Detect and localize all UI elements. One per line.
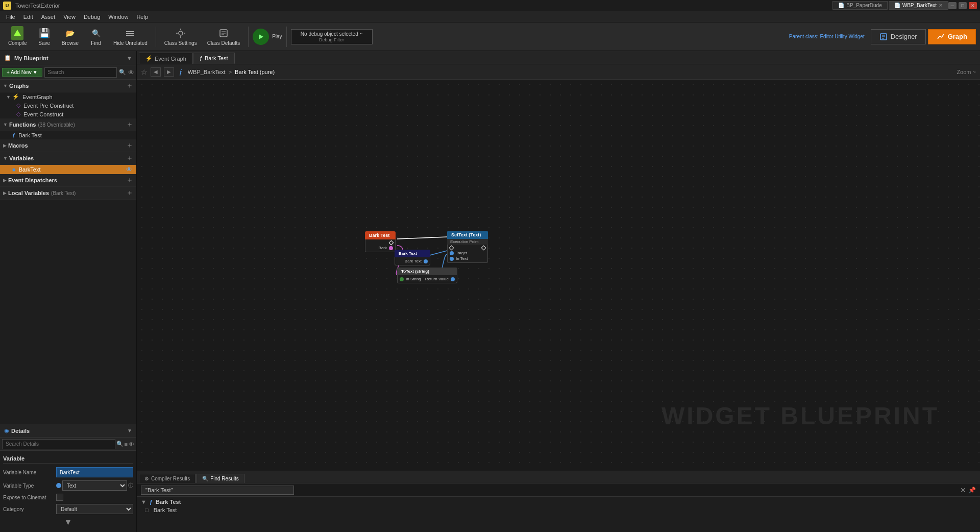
expose-checkbox[interactable]	[56, 494, 63, 501]
nav-forward-button[interactable]: ▶	[164, 67, 174, 77]
variable-name-value	[56, 467, 133, 477]
find-item-child-bullet: □	[145, 507, 149, 513]
tab-close-icon[interactable]: ✕	[939, 3, 943, 8]
variables-add-icon[interactable]: ＋	[126, 154, 133, 163]
category-label: Category	[3, 506, 54, 512]
menu-debug[interactable]: Debug	[80, 13, 104, 21]
tab-wbp-barktext[interactable]: 📄 WBP_BarkText ✕	[889, 1, 948, 10]
class-settings-button[interactable]: Class Settings	[160, 25, 201, 48]
functions-add-icon[interactable]: ＋	[126, 120, 133, 129]
find-close-icon[interactable]: ✕	[960, 486, 966, 494]
menu-edit[interactable]: Edit	[19, 13, 37, 21]
tab-bp-paperdude[interactable]: 📄 BP_PaperDude	[832, 1, 888, 10]
eventgraph-chevron-icon: ▼	[6, 94, 11, 100]
bark-text-visibility-icon[interactable]: 👁	[126, 166, 132, 173]
variables-section-header[interactable]: ▼ Variables ＋	[0, 152, 136, 165]
nav-back-button[interactable]: ◀	[151, 67, 161, 77]
event-pre-construct-item[interactable]: ◇ Event Pre Construct	[0, 101, 136, 110]
graphs-add-icon[interactable]: ＋	[126, 81, 133, 90]
details-eye-icon[interactable]: 👁	[129, 441, 134, 447]
event-graph-tab[interactable]: ⚡ Event Graph	[139, 53, 193, 64]
details-search-input[interactable]	[2, 439, 115, 449]
event-construct-item[interactable]: ◇ Event Construct	[0, 110, 136, 118]
designer-label: Designer	[891, 33, 917, 40]
expand-details-icon[interactable]: ▼	[64, 518, 72, 527]
blueprint-search-input[interactable]	[44, 67, 117, 78]
close-button[interactable]: ✕	[969, 2, 977, 9]
right-toolbar: Parent class: Editor Utility Widget Desi…	[789, 29, 976, 44]
bark-test-tab[interactable]: ƒ Bark Test	[193, 53, 235, 64]
find-result-parent[interactable]: ▼ ƒ Bark Test	[137, 498, 980, 506]
graph-label: Graph	[948, 33, 967, 40]
designer-button[interactable]: Designer	[871, 29, 926, 44]
macros-add-icon[interactable]: ＋	[126, 141, 133, 150]
pin-row-exec-out	[365, 240, 395, 245]
compiler-results-tab[interactable]: ⚙ Compiler Results	[139, 474, 195, 483]
minimize-button[interactable]: ─	[948, 2, 957, 9]
bark-test-input-node[interactable]: Bark Test Bark	[365, 231, 396, 252]
mybp-collapse-button[interactable]: ▼	[127, 55, 132, 61]
graph-canvas[interactable]: Bark Test Bark	[137, 80, 980, 471]
event-graph-item[interactable]: ▼ ⚡ EventGraph	[0, 92, 136, 101]
variable-name-input[interactable]	[56, 467, 133, 477]
find-results-tab[interactable]: 🔍 Find Results	[197, 474, 244, 483]
add-new-label: + Add New	[7, 69, 32, 75]
event-dispatchers-section-header[interactable]: ▶ Event Dispatchers ＋	[0, 174, 136, 187]
visibility-toggle-icon[interactable]: 👁	[128, 69, 134, 76]
bark-text-ref-node[interactable]: Bark Text Bark Text	[395, 250, 430, 265]
details-list-view-icon[interactable]: ≡	[125, 441, 128, 447]
browse-button[interactable]: 📂 Browse	[58, 25, 83, 48]
menu-window[interactable]: Window	[104, 13, 132, 21]
bp-name-breadcrumb[interactable]: WBP_BarkText	[188, 69, 226, 75]
debug-object-dropdown[interactable]: No debug object selected ~ Debug Filter	[291, 29, 373, 44]
menu-asset[interactable]: Asset	[37, 13, 60, 21]
compile-button[interactable]: Compile	[4, 25, 31, 48]
find-results-icon: 🔍	[202, 476, 208, 481]
bottom-tab-bar: ⚙ Compiler Results 🔍 Find Results	[137, 471, 980, 483]
class-defaults-button[interactable]: Class Defaults	[203, 25, 244, 48]
details-collapse-button[interactable]: ▼	[127, 428, 132, 433]
save-button[interactable]: 💾 Save	[33, 25, 56, 48]
to-text-node[interactable]: ToText (string) In String Return Value	[397, 268, 457, 283]
pin-row-exec-in	[448, 246, 487, 250]
functions-section-title: Functions	[9, 122, 36, 128]
find-result-child[interactable]: □ Bark Test	[137, 506, 980, 514]
functions-section-header[interactable]: ▼ Functions (38 Overridable) ＋	[0, 118, 136, 131]
left-panel: 📋 My Blueprint ▼ + Add New ▼ 🔍 👁 ▼ Graph…	[0, 51, 137, 532]
parent-class-value-link[interactable]: Editor Utility Widget	[820, 34, 864, 39]
add-new-button[interactable]: + Add New ▼	[2, 68, 42, 77]
bookmark-icon[interactable]: ☆	[141, 68, 148, 76]
local-variables-add-icon[interactable]: ＋	[126, 188, 133, 198]
find-button[interactable]: 🔍 Find	[85, 25, 107, 48]
graph-connections	[137, 80, 980, 471]
play-button[interactable]	[253, 29, 269, 45]
find-expand-icon: ▼	[141, 499, 146, 505]
graphs-section-header[interactable]: ▼ Graphs ＋	[0, 80, 136, 92]
graph-button[interactable]: Graph	[928, 29, 976, 44]
bark-test-input-title: Bark Test	[369, 233, 389, 238]
event-dispatchers-add-icon[interactable]: ＋	[126, 176, 133, 185]
find-pin-icon[interactable]: 📌	[968, 487, 976, 494]
compile-label: Compile	[8, 40, 27, 46]
set-text-node[interactable]: SetText (Text) Execution Point Target	[447, 231, 488, 263]
hide-unrelated-button[interactable]: Hide Unrelated	[109, 25, 152, 48]
find-results-list: ▼ ƒ Bark Test □ Bark Test	[137, 497, 980, 532]
variable-type-select[interactable]: Text	[62, 480, 127, 491]
variable-type-info-icon[interactable]: ⓘ	[128, 482, 133, 489]
bark-test-fn-item[interactable]: ƒ Bark Test	[0, 131, 136, 139]
local-variables-section-header[interactable]: ▶ Local Variables (Bark Test) ＋	[0, 187, 136, 200]
local-variables-chevron-icon: ▶	[3, 190, 7, 196]
maximize-button[interactable]: □	[959, 2, 967, 9]
macros-section-header[interactable]: ▶ Macros ＋	[0, 139, 136, 152]
to-text-header: ToText (string)	[397, 268, 457, 275]
bark-text-var-item[interactable]: ■ BarkText 👁	[0, 165, 136, 174]
local-variables-context: (Bark Test)	[51, 190, 76, 196]
menu-file[interactable]: File	[2, 13, 19, 21]
menu-view[interactable]: View	[59, 13, 80, 21]
set-text-body: Target In Text	[447, 245, 488, 263]
menu-help[interactable]: Help	[132, 13, 152, 21]
main-layout: 📋 My Blueprint ▼ + Add New ▼ 🔍 👁 ▼ Graph…	[0, 51, 980, 532]
variable-name-label: Variable Name	[3, 470, 54, 475]
category-select[interactable]: Default	[56, 504, 133, 514]
find-query-input[interactable]	[141, 486, 294, 495]
